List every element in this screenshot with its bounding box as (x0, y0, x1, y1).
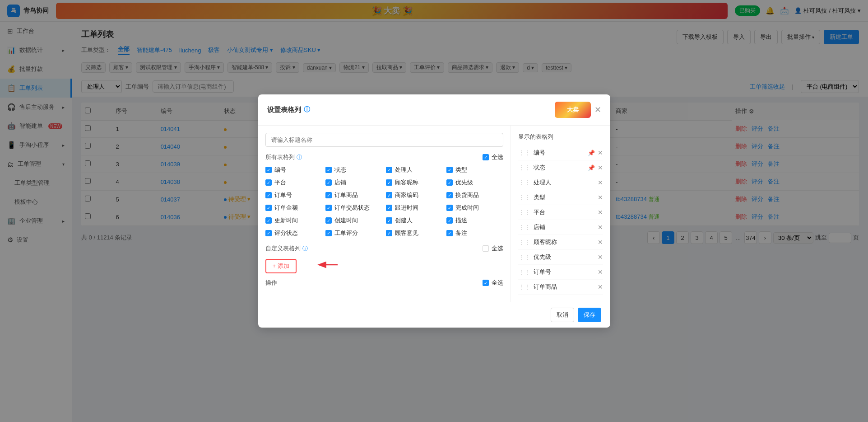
remove-customer-nick-button[interactable]: ✕ (598, 239, 603, 246)
remove-order-no-button[interactable]: ✕ (598, 268, 603, 276)
modal-footer: 取消 保存 (258, 302, 610, 328)
modal-info-icon: ⓘ (304, 106, 310, 114)
custom-columns-label: 自定义表格列 ⓘ (265, 244, 308, 253)
right-panel-title: 显示的表格列 (518, 133, 603, 141)
col-score-status-checkbox[interactable]: 评分状态 (265, 229, 322, 237)
col-follow-time-checkbox[interactable]: 跟进时间 (386, 204, 443, 212)
col-create-time-checkbox[interactable]: 创建时间 (325, 216, 382, 225)
operation-select-all[interactable]: 全选 (483, 279, 503, 287)
remove-no-button[interactable]: ✕ (598, 149, 603, 156)
save-button[interactable]: 保存 (578, 308, 601, 322)
drag-handle-type[interactable]: ⋮⋮ (518, 194, 531, 201)
right-item-label-platform: 平台 (534, 208, 545, 216)
col-type-checkbox[interactable]: 类型 (446, 166, 503, 174)
col-remark-checkbox[interactable]: 备注 (446, 229, 503, 237)
modal-header: 设置表格列 ⓘ 大卖 ✕ (258, 94, 610, 126)
modal-body: 所有表格列 ⓘ 全选 编号 状态 处理人 类型 平台 店铺 顾客昵称 (258, 126, 610, 302)
right-item-label-order-product: 订单商品 (534, 283, 557, 291)
right-item-handler: ⋮⋮ 处理人 ✕ (518, 175, 603, 190)
right-item-type: ⋮⋮ 类型 ✕ (518, 190, 603, 205)
remove-platform-button[interactable]: ✕ (598, 209, 603, 216)
pin-icon-status[interactable]: 📌 (588, 164, 595, 171)
column-search-input[interactable] (265, 133, 503, 147)
right-item-label-type: 类型 (534, 193, 545, 202)
custom-select-all-checkbox[interactable] (483, 245, 489, 252)
remove-priority-button[interactable]: ✕ (598, 253, 603, 261)
col-creator-checkbox[interactable]: 创建人 (386, 216, 443, 225)
drag-handle-shop[interactable]: ⋮⋮ (518, 224, 531, 231)
col-platform-checkbox[interactable]: 平台 (265, 178, 322, 187)
col-shop-checkbox[interactable]: 店铺 (325, 178, 382, 187)
operation-section: 操作 全选 (265, 279, 503, 287)
drag-handle-status[interactable]: ⋮⋮ (518, 164, 531, 171)
col-order-product-checkbox[interactable]: 订单商品 (325, 191, 382, 199)
add-button-container: + 添加 (265, 257, 297, 273)
col-exchange-checkbox[interactable]: 换货商品 (446, 191, 503, 199)
custom-columns-section: 自定义表格列 ⓘ 全选 + 添加 (265, 244, 503, 273)
right-item-label-no: 编号 (534, 149, 545, 157)
all-columns-select-all[interactable]: 全选 (483, 153, 503, 161)
custom-select-all[interactable]: 全选 (483, 244, 503, 253)
modal-left-panel: 所有表格列 ⓘ 全选 编号 状态 处理人 类型 平台 店铺 顾客昵称 (258, 126, 511, 302)
drag-handle-order-no[interactable]: ⋮⋮ (518, 268, 531, 276)
right-item-order-no: ⋮⋮ 订单号 ✕ (518, 265, 603, 280)
info-icon: ⓘ (297, 154, 302, 161)
columns-checkbox-grid: 编号 状态 处理人 类型 平台 店铺 顾客昵称 优先级 订单号 订单商品 商家编… (265, 166, 503, 237)
remove-shop-button[interactable]: ✕ (598, 224, 603, 231)
col-order-no-checkbox[interactable]: 订单号 (265, 191, 322, 199)
cancel-button[interactable]: 取消 (551, 308, 574, 322)
col-description-checkbox[interactable]: 描述 (446, 216, 503, 225)
remove-type-button[interactable]: ✕ (598, 194, 603, 201)
col-order-amount-checkbox[interactable]: 订单金额 (265, 204, 322, 212)
right-item-label-order-no: 订单号 (534, 268, 551, 276)
col-customer-feedback-checkbox[interactable]: 顾客意见 (386, 229, 443, 237)
drag-handle-order-product[interactable]: ⋮⋮ (518, 283, 531, 291)
drag-handle-platform[interactable]: ⋮⋮ (518, 209, 531, 216)
arrow-svg (315, 259, 342, 270)
col-trade-status-checkbox[interactable]: 订单交易状态 (325, 204, 382, 212)
right-item-label-priority: 优先级 (534, 253, 551, 261)
remove-order-product-button[interactable]: ✕ (598, 283, 603, 291)
col-no-checkbox[interactable]: 编号 (265, 166, 322, 174)
modal-right-panel: 显示的表格列 ⋮⋮ 编号 📌 ✕ ⋮⋮ 状态 (511, 126, 610, 302)
pin-icon-no[interactable]: 📌 (588, 150, 595, 156)
right-item-status: ⋮⋮ 状态 📌 ✕ (518, 160, 603, 175)
add-column-button[interactable]: + 添加 (265, 259, 297, 273)
remove-handler-button[interactable]: ✕ (598, 179, 603, 186)
modal-banner: 大卖 (555, 102, 591, 118)
operation-select-all-checkbox[interactable] (483, 280, 489, 286)
modal-title-text: 设置表格列 (267, 106, 301, 114)
right-item-label-status: 状态 (534, 164, 545, 172)
drag-handle-handler[interactable]: ⋮⋮ (518, 179, 531, 186)
right-item-order-product: ⋮⋮ 订单商品 ✕ (518, 280, 603, 295)
right-item-label-handler: 处理人 (534, 178, 551, 187)
right-item-platform: ⋮⋮ 平台 ✕ (518, 205, 603, 220)
arrow-annotation (315, 259, 342, 272)
modal-close-button[interactable]: ✕ (594, 105, 601, 115)
select-all-checkbox[interactable] (483, 154, 489, 160)
drag-handle-priority[interactable]: ⋮⋮ (518, 253, 531, 261)
modal-overlay[interactable]: 设置表格列 ⓘ 大卖 ✕ 所有表格列 ⓘ (0, 0, 868, 422)
right-item-shop: ⋮⋮ 店铺 ✕ (518, 220, 603, 235)
operation-header: 操作 全选 (265, 279, 503, 287)
custom-info-icon: ⓘ (302, 245, 308, 253)
drag-handle-no[interactable]: ⋮⋮ (518, 149, 531, 156)
custom-columns-header: 自定义表格列 ⓘ 全选 (265, 244, 503, 253)
remove-status-button[interactable]: ✕ (598, 164, 603, 171)
col-merchant-code-checkbox[interactable]: 商家编码 (386, 191, 443, 199)
settings-modal: 设置表格列 ⓘ 大卖 ✕ 所有表格列 ⓘ (258, 94, 610, 328)
right-item-customer-nick: ⋮⋮ 顾客昵称 ✕ (518, 235, 603, 250)
col-update-time-checkbox[interactable]: 更新时间 (265, 216, 322, 225)
col-complete-time-checkbox[interactable]: 完成时间 (446, 204, 503, 212)
right-item-label-customer-nick: 顾客昵称 (534, 238, 557, 246)
col-customer-nick-checkbox[interactable]: 顾客昵称 (386, 178, 443, 187)
col-status-checkbox[interactable]: 状态 (325, 166, 382, 174)
col-priority-checkbox[interactable]: 优先级 (446, 178, 503, 187)
modal-title: 设置表格列 ⓘ (267, 106, 310, 114)
col-handler-checkbox[interactable]: 处理人 (386, 166, 443, 174)
right-item-priority: ⋮⋮ 优先级 ✕ (518, 250, 603, 265)
col-work-score-checkbox[interactable]: 工单评分 (325, 229, 382, 237)
drag-handle-customer-nick[interactable]: ⋮⋮ (518, 239, 531, 246)
all-columns-section-header: 所有表格列 ⓘ 全选 (265, 153, 503, 161)
right-item-label-shop: 店铺 (534, 223, 545, 231)
